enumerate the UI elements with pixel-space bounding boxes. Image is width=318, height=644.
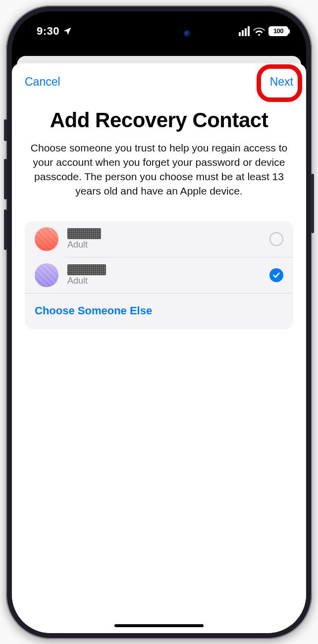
radio-unselected[interactable] [269, 232, 283, 246]
battery-icon: 100 [268, 26, 288, 36]
wifi-icon [253, 27, 265, 36]
avatar [35, 227, 58, 251]
contact-name-redacted [67, 264, 106, 275]
home-indicator[interactable] [114, 624, 204, 627]
screen: 9:30 100 Cancel Next [12, 11, 306, 633]
cellular-signal-icon [239, 26, 250, 36]
next-button[interactable]: Next [270, 75, 293, 88]
iphone-frame: 9:30 100 Cancel Next [6, 5, 312, 639]
contacts-list: Adult Adult [25, 221, 293, 329]
location-icon [62, 26, 72, 36]
choose-someone-else-button[interactable]: Choose Someone Else [25, 294, 293, 329]
power-button [311, 174, 314, 233]
radio-selected[interactable] [269, 268, 283, 282]
volume-up-button [4, 159, 7, 199]
checkmark-icon [272, 271, 280, 279]
page-subtitle: Choose someone you trust to help you reg… [25, 141, 293, 198]
cancel-button[interactable]: Cancel [25, 75, 60, 89]
contact-row[interactable]: Adult [25, 257, 293, 293]
contact-name-redacted [67, 228, 101, 239]
contact-row[interactable]: Adult [25, 221, 293, 257]
sheet-nav-bar: Cancel Next [12, 63, 306, 94]
contact-role: Adult [67, 240, 269, 250]
page-title: Add Recovery Contact [25, 108, 293, 132]
contact-role: Adult [67, 276, 269, 286]
battery-level: 100 [273, 27, 283, 35]
avatar [35, 263, 58, 287]
status-time: 9:30 [37, 25, 59, 38]
front-camera [184, 30, 191, 37]
modal-sheet: Cancel Next Add Recovery Contact Choose … [12, 63, 306, 633]
volume-down-button [4, 209, 7, 250]
mute-switch [4, 119, 7, 141]
